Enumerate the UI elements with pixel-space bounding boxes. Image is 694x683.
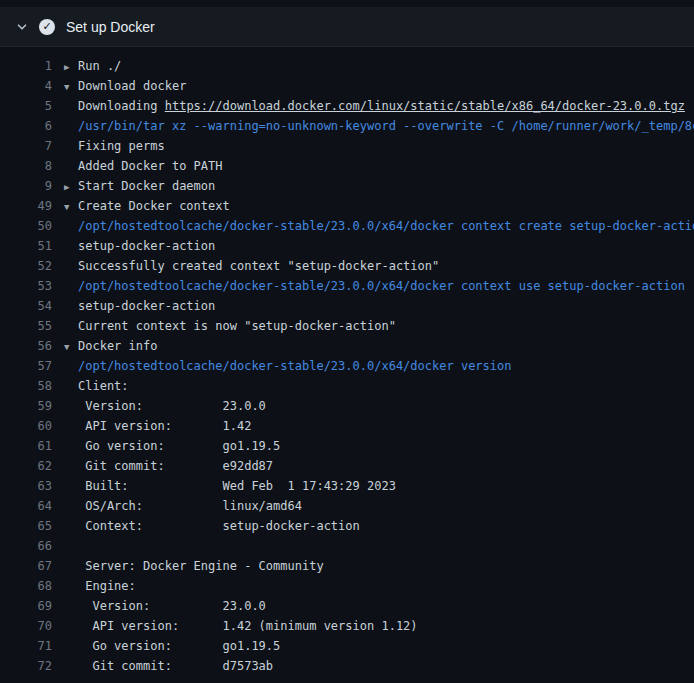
line-number[interactable]: 53 xyxy=(12,276,52,296)
log-text: Version: 23.0.0 xyxy=(78,399,266,413)
log-line: 60 API version: 1.42 xyxy=(0,416,694,436)
line-content: API version: 1.42 xyxy=(64,416,251,436)
line-number[interactable]: 71 xyxy=(12,636,52,656)
line-content: Server: Docker Engine - Community xyxy=(64,556,324,576)
line-number[interactable]: 60 xyxy=(12,416,52,436)
chevron-down-icon[interactable] xyxy=(16,21,28,33)
line-number[interactable]: 55 xyxy=(12,316,52,336)
line-content: Added Docker to PATH xyxy=(64,156,223,176)
step-header[interactable]: ✓ Set up Docker xyxy=(0,7,694,47)
line-number[interactable]: 66 xyxy=(12,536,52,556)
log-line: 52Successfully created context "setup-do… xyxy=(0,256,694,276)
line-number[interactable]: 65 xyxy=(12,516,52,536)
group-title[interactable]: Docker info xyxy=(78,339,157,353)
line-content: API version: 1.42 (minimum version 1.12) xyxy=(64,616,418,636)
line-number[interactable]: 1 xyxy=(12,56,52,76)
line-number[interactable]: 52 xyxy=(12,256,52,276)
log-line: 71 Go version: go1.19.5 xyxy=(0,636,694,656)
log-text: API version: 1.42 (minimum version 1.12) xyxy=(78,619,418,633)
collapse-toggle-icon[interactable]: ▼ xyxy=(64,337,78,357)
line-number[interactable]: 6 xyxy=(12,116,52,136)
line-content: Version: 23.0.0 xyxy=(64,396,266,416)
log-line: 65 Context: setup-docker-action xyxy=(0,516,694,536)
log-text: OS/Arch: linux/amd64 xyxy=(78,499,302,513)
collapse-toggle-icon[interactable]: ▼ xyxy=(64,197,78,217)
line-number[interactable]: 4 xyxy=(12,76,52,96)
log-line: 7Fixing perms xyxy=(0,136,694,156)
group-title[interactable]: Create Docker context xyxy=(78,199,230,213)
log-container: 1▶Run ./4▼Download docker5Downloading ht… xyxy=(0,47,694,676)
group-title[interactable]: Run ./ xyxy=(78,59,121,73)
line-content: /opt/hostedtoolcache/docker-stable/23.0.… xyxy=(64,216,694,236)
log-text: Fixing perms xyxy=(78,139,165,153)
line-number[interactable]: 64 xyxy=(12,496,52,516)
line-content: setup-docker-action xyxy=(64,236,215,256)
log-line: 66 xyxy=(0,536,694,556)
line-content: Downloading https://download.docker.com/… xyxy=(64,96,685,116)
line-number[interactable]: 49 xyxy=(12,196,52,216)
line-content xyxy=(64,536,78,556)
log-line: 69 Version: 23.0.0 xyxy=(0,596,694,616)
log-line: 67 Server: Docker Engine - Community xyxy=(0,556,694,576)
log-line: 51setup-docker-action xyxy=(0,236,694,256)
log-line: 61 Go version: go1.19.5 xyxy=(0,436,694,456)
success-check-icon: ✓ xyxy=(39,19,55,35)
log-line: 64 OS/Arch: linux/amd64 xyxy=(0,496,694,516)
log-text: Version: 23.0.0 xyxy=(78,599,266,613)
line-content: Context: setup-docker-action xyxy=(64,516,360,536)
group-title[interactable]: Start Docker daemon xyxy=(78,179,215,193)
line-content: /opt/hostedtoolcache/docker-stable/23.0.… xyxy=(64,356,511,376)
line-content: ▼Create Docker context xyxy=(64,196,230,216)
line-number[interactable]: 61 xyxy=(12,436,52,456)
line-number[interactable]: 69 xyxy=(12,596,52,616)
log-text: Go version: go1.19.5 xyxy=(78,639,280,653)
line-number[interactable]: 67 xyxy=(12,556,52,576)
line-content: Go version: go1.19.5 xyxy=(64,636,280,656)
group-title[interactable]: Download docker xyxy=(78,79,186,93)
line-number[interactable]: 50 xyxy=(12,216,52,236)
collapse-toggle-icon[interactable]: ▼ xyxy=(64,77,78,97)
log-line: 8Added Docker to PATH xyxy=(0,156,694,176)
line-content: /opt/hostedtoolcache/docker-stable/23.0.… xyxy=(64,276,685,296)
line-number[interactable]: 58 xyxy=(12,376,52,396)
expand-toggle-icon[interactable]: ▶ xyxy=(64,177,78,197)
line-content: Version: 23.0.0 xyxy=(64,596,266,616)
line-content: Successfully created context "setup-dock… xyxy=(64,256,439,276)
expand-toggle-icon[interactable]: ▶ xyxy=(64,57,78,77)
line-content: setup-docker-action xyxy=(64,296,215,316)
line-content: /usr/bin/tar xz --warning=no-unknown-key… xyxy=(64,116,694,136)
line-number[interactable]: 56 xyxy=(12,336,52,356)
log-line: 62 Git commit: e92dd87 xyxy=(0,456,694,476)
log-link[interactable]: https://download.docker.com/linux/static… xyxy=(165,99,685,113)
log-text: Added Docker to PATH xyxy=(78,159,223,173)
line-content: Fixing perms xyxy=(64,136,165,156)
line-content: ▶Start Docker daemon xyxy=(64,176,215,196)
line-number[interactable]: 9 xyxy=(12,176,52,196)
line-number[interactable]: 8 xyxy=(12,156,52,176)
log-line: 53/opt/hostedtoolcache/docker-stable/23.… xyxy=(0,276,694,296)
line-number[interactable]: 54 xyxy=(12,296,52,316)
line-number[interactable]: 72 xyxy=(12,656,52,676)
log-line: 54setup-docker-action xyxy=(0,296,694,316)
command-text: /opt/hostedtoolcache/docker-stable/23.0.… xyxy=(78,219,694,233)
line-content: ▼Download docker xyxy=(64,76,186,96)
line-number[interactable]: 5 xyxy=(12,96,52,116)
line-number[interactable]: 62 xyxy=(12,456,52,476)
line-number[interactable]: 51 xyxy=(12,236,52,256)
line-content: ▶Run ./ xyxy=(64,56,121,76)
log-text: Downloading xyxy=(78,99,165,113)
log-line: 56▼Docker info xyxy=(0,336,694,356)
log-line: 6/usr/bin/tar xz --warning=no-unknown-ke… xyxy=(0,116,694,136)
line-number[interactable]: 57 xyxy=(12,356,52,376)
line-content: OS/Arch: linux/amd64 xyxy=(64,496,302,516)
line-content: Git commit: d7573ab xyxy=(64,656,273,676)
line-number[interactable]: 59 xyxy=(12,396,52,416)
log-line: 63 Built: Wed Feb 1 17:43:29 2023 xyxy=(0,476,694,496)
log-text: Engine: xyxy=(78,579,136,593)
command-text: /usr/bin/tar xz --warning=no-unknown-key… xyxy=(78,119,694,133)
line-number[interactable]: 70 xyxy=(12,616,52,636)
line-number[interactable]: 68 xyxy=(12,576,52,596)
log-line: 68 Engine: xyxy=(0,576,694,596)
line-number[interactable]: 63 xyxy=(12,476,52,496)
line-number[interactable]: 7 xyxy=(12,136,52,156)
